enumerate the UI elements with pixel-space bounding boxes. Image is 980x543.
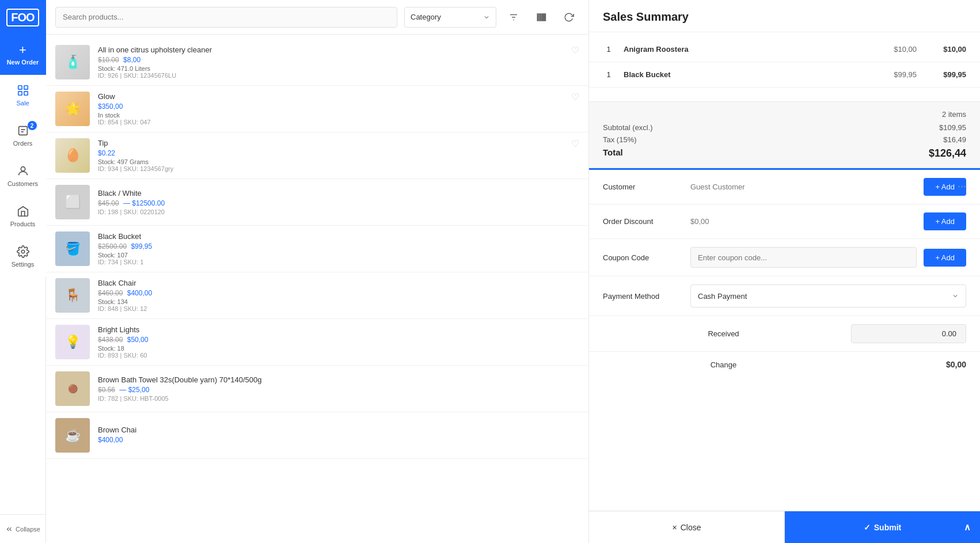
tax-value: $16,49 [943, 135, 966, 144]
list-item[interactable]: ⬜ Black / White $45.00 — $12500.00 ID: 1… [46, 179, 588, 226]
change-row: Change $0,00 [589, 352, 980, 377]
app-logo: FOO [0, 0, 46, 35]
tax-row: Tax (15%) $16,49 [603, 135, 966, 144]
submit-checkmark-icon: ✓ [864, 523, 871, 532]
customers-icon [17, 165, 29, 177]
main-content: Category 🧴 All in one citrus upholstery … [46, 0, 588, 543]
sales-summary-title: Sales Summary [589, 0, 980, 32]
close-button[interactable]: × Close [589, 511, 785, 543]
product-price: $45.00 — $12500.00 [98, 199, 579, 207]
svg-rect-4 [18, 126, 27, 135]
svg-rect-3 [24, 91, 27, 94]
order-item-unit-price: $10,00 [876, 45, 917, 54]
svg-rect-12 [537, 14, 538, 21]
items-count: 2 items [603, 110, 966, 119]
product-stock: Stock: 497 Grams [98, 158, 579, 165]
favorite-icon[interactable]: ♡ [571, 138, 579, 149]
new-order-button[interactable]: + New Order [0, 35, 46, 75]
sidebar-item-settings[interactable]: Settings [0, 236, 46, 276]
product-id: ID: 854 | SKU: 047 [98, 119, 579, 126]
product-name: Glow [98, 92, 579, 101]
customer-value: Guest Customer [690, 183, 917, 191]
product-id: ID: 893 | SKU: 60 [98, 352, 579, 359]
orders-badge: 2 [28, 121, 37, 130]
svg-point-7 [21, 166, 25, 170]
search-input[interactable] [55, 7, 397, 28]
product-stock: Stock: 107 [98, 252, 579, 259]
product-thumbnail: 🥚 [55, 138, 90, 173]
action-bar: × Close ✓ Submit ∧ [589, 511, 980, 543]
sale-icon [17, 84, 29, 97]
product-id: ID: 782 | SKU: HBT-0005 [98, 395, 579, 402]
svg-rect-16 [544, 14, 545, 21]
favorite-icon[interactable]: ♡ [571, 45, 579, 56]
submit-button[interactable]: ✓ Submit ∧ [785, 511, 980, 543]
favorite-icon[interactable]: ♡ [571, 92, 579, 102]
svg-rect-0 [18, 85, 21, 89]
filter-icon[interactable] [503, 7, 524, 28]
payment-value: Cash Payment [698, 292, 747, 301]
order-item-total: $10,00 [926, 45, 966, 54]
list-item[interactable]: 🥚 Tip $0.22 Stock: 497 Grams ID: 934 | S… [46, 132, 588, 179]
product-thumbnail: 🌟 [55, 92, 90, 126]
payment-label: Payment Method [603, 292, 683, 301]
order-item-row[interactable]: 1 Anigram Roostera $10,00 $10,00 [589, 37, 980, 62]
refresh-icon[interactable] [559, 7, 579, 28]
list-item[interactable]: 🪣 Black Bucket $2500.00 $99,95 Stock: 10… [46, 226, 588, 272]
sidebar-item-orders[interactable]: 2 Orders [0, 115, 46, 155]
product-thumbnail: ☕ [55, 418, 90, 453]
sidebar-products-label: Products [10, 221, 35, 227]
list-item[interactable]: 💡 Bright Lights $438.00 $50,00 Stock: 18… [46, 319, 588, 366]
new-order-plus-icon: + [19, 44, 26, 56]
product-price: $2500.00 $99,95 [98, 242, 579, 250]
topbar: Category [46, 0, 588, 35]
list-item[interactable]: 🟤 Brown Bath Towel 32s(Double yarn) 70*1… [46, 366, 588, 412]
product-stock: Stock: 134 [98, 298, 579, 305]
product-name: Tip [98, 139, 579, 147]
order-item-name: Black Bucket [624, 70, 867, 79]
total-row: Total $126,44 [603, 147, 966, 160]
list-item[interactable]: 🧴 All in one citrus upholstery cleaner $… [46, 39, 588, 86]
list-item[interactable]: 🌟 Glow $350,00 In stock ID: 854 | SKU: 0… [46, 86, 588, 132]
svg-rect-14 [541, 14, 542, 21]
order-form: ... Customer Guest Customer + Add Order … [589, 168, 980, 511]
product-list: 🧴 All in one citrus upholstery cleaner $… [46, 35, 588, 543]
coupon-row: Coupon Code + Add [589, 239, 980, 276]
received-value: 0.00 [851, 324, 966, 343]
add-coupon-button[interactable]: + Add [924, 249, 966, 267]
collapse-label: Collapse [16, 526, 40, 533]
product-thumbnail: 🧴 [55, 45, 90, 79]
submit-expand-icon[interactable]: ∧ [964, 522, 971, 533]
product-id: ID: 848 | SKU: 12 [98, 305, 579, 312]
category-select[interactable]: Category [404, 7, 496, 28]
product-stock: Stock: 18 [98, 345, 579, 352]
add-discount-button[interactable]: + Add [924, 212, 966, 230]
barcode-icon[interactable] [531, 7, 552, 28]
list-item[interactable]: 🪑 Black Chair $460.00 $400,00 Stock: 134… [46, 272, 588, 319]
received-row: Received 0.00 [589, 316, 980, 352]
sidebar-item-products[interactable]: Products [0, 196, 46, 236]
settings-icon [17, 245, 29, 258]
change-label: Change [603, 360, 844, 369]
subtotal-row: Subtotal (excl.) $109,95 [603, 123, 966, 132]
subtotal-label: Subtotal (excl.) [603, 123, 653, 132]
order-items-list: 1 Anigram Roostera $10,00 $10,00 1 Black… [589, 32, 980, 101]
category-label: Category [411, 13, 441, 21]
product-stock: Stock: 471.0 Liters [98, 65, 579, 72]
product-price: $0.22 [98, 149, 579, 157]
order-item-row[interactable]: 1 Black Bucket $99,95 $99,95 [589, 62, 980, 88]
sidebar-item-sale[interactable]: Sale [0, 75, 46, 115]
payment-chevron-icon [952, 293, 959, 299]
sidebar-orders-label: Orders [13, 140, 33, 147]
product-name: Brown Chai [98, 426, 579, 434]
coupon-input[interactable] [690, 247, 917, 268]
list-item[interactable]: ☕ Brown Chai $400,00 [46, 412, 588, 459]
product-price: $10.00 $8,00 [98, 56, 579, 64]
collapse-icon [5, 525, 13, 533]
sidebar-collapse-button[interactable]: Collapse [0, 514, 46, 543]
payment-select[interactable]: Cash Payment [690, 284, 966, 307]
sidebar-item-customers[interactable]: Customers [0, 155, 46, 196]
payment-method-row: Payment Method Cash Payment [589, 276, 980, 316]
more-options-icon[interactable]: ... [958, 178, 966, 190]
tax-label: Tax (15%) [603, 135, 637, 144]
